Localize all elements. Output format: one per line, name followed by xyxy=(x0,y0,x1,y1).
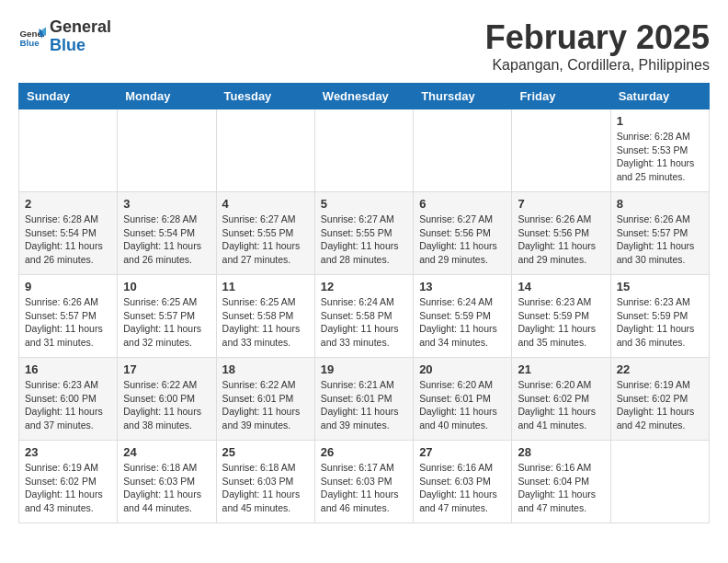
calendar-cell xyxy=(118,109,216,192)
day-info: Sunrise: 6:24 AM Sunset: 5:59 PM Dayligh… xyxy=(419,295,506,350)
day-number: 9 xyxy=(25,280,111,293)
day-info: Sunrise: 6:17 AM Sunset: 6:03 PM Dayligh… xyxy=(321,461,407,515)
calendar-cell: 13Sunrise: 6:24 AM Sunset: 5:59 PM Dayli… xyxy=(414,275,512,358)
calendar-cell: 12Sunrise: 6:24 AM Sunset: 5:58 PM Dayli… xyxy=(314,275,413,358)
day-info: Sunrise: 6:20 AM Sunset: 6:02 PM Dayligh… xyxy=(518,378,604,432)
title-area: February 2025 Kapangan, Cordillera, Phil… xyxy=(485,18,710,74)
day-info: Sunrise: 6:27 AM Sunset: 5:56 PM Dayligh… xyxy=(419,213,506,267)
weekday-header-cell: Sunday xyxy=(19,84,118,109)
calendar-cell: 2Sunrise: 6:28 AM Sunset: 5:54 PM Daylig… xyxy=(19,192,118,275)
day-number: 16 xyxy=(25,362,111,376)
day-info: Sunrise: 6:26 AM Sunset: 5:56 PM Dayligh… xyxy=(518,213,604,267)
calendar-cell xyxy=(314,109,413,192)
day-info: Sunrise: 6:28 AM Sunset: 5:54 PM Dayligh… xyxy=(123,213,210,267)
svg-text:Blue: Blue xyxy=(20,38,40,48)
calendar-cell: 28Sunrise: 6:16 AM Sunset: 6:04 PM Dayli… xyxy=(512,441,610,523)
day-number: 25 xyxy=(222,445,309,459)
day-number: 17 xyxy=(123,362,210,376)
weekday-header-cell: Thursday xyxy=(414,84,512,109)
day-number: 20 xyxy=(419,362,506,376)
day-info: Sunrise: 6:21 AM Sunset: 6:01 PM Dayligh… xyxy=(321,378,407,432)
day-number: 28 xyxy=(518,445,604,459)
day-number: 21 xyxy=(518,362,604,376)
day-number: 5 xyxy=(321,197,407,211)
day-number: 19 xyxy=(321,362,407,376)
calendar-cell xyxy=(512,109,610,192)
day-number: 26 xyxy=(321,445,407,459)
calendar-cell: 7Sunrise: 6:26 AM Sunset: 5:56 PM Daylig… xyxy=(512,192,610,275)
calendar-cell: 15Sunrise: 6:23 AM Sunset: 5:59 PM Dayli… xyxy=(610,275,709,358)
header: General Blue General Blue February 2025 … xyxy=(18,18,710,74)
calendar-cell xyxy=(414,109,512,192)
weekday-header: SundayMondayTuesdayWednesdayThursdayFrid… xyxy=(19,84,710,109)
day-info: Sunrise: 6:28 AM Sunset: 5:53 PM Dayligh… xyxy=(617,130,703,184)
weekday-header-cell: Monday xyxy=(118,84,216,109)
calendar-cell: 26Sunrise: 6:17 AM Sunset: 6:03 PM Dayli… xyxy=(314,441,413,523)
day-number: 13 xyxy=(419,280,506,293)
calendar-cell: 17Sunrise: 6:22 AM Sunset: 6:00 PM Dayli… xyxy=(118,358,216,441)
month-title: February 2025 xyxy=(485,18,710,57)
day-number: 6 xyxy=(419,197,506,211)
day-info: Sunrise: 6:22 AM Sunset: 6:01 PM Dayligh… xyxy=(222,378,309,432)
day-info: Sunrise: 6:23 AM Sunset: 6:00 PM Dayligh… xyxy=(25,378,111,432)
day-number: 1 xyxy=(617,114,703,128)
day-number: 12 xyxy=(321,280,407,293)
day-number: 22 xyxy=(617,362,703,376)
day-info: Sunrise: 6:25 AM Sunset: 5:57 PM Dayligh… xyxy=(123,295,210,350)
logo: General Blue General Blue xyxy=(18,18,111,55)
day-info: Sunrise: 6:23 AM Sunset: 5:59 PM Dayligh… xyxy=(518,295,604,350)
day-number: 18 xyxy=(222,362,309,376)
day-number: 14 xyxy=(518,280,604,293)
calendar-cell xyxy=(610,441,709,523)
day-number: 4 xyxy=(222,197,309,211)
weekday-header-cell: Wednesday xyxy=(314,84,413,109)
calendar-cell: 24Sunrise: 6:18 AM Sunset: 6:03 PM Dayli… xyxy=(118,441,216,523)
day-info: Sunrise: 6:19 AM Sunset: 6:02 PM Dayligh… xyxy=(25,461,111,515)
calendar-cell: 23Sunrise: 6:19 AM Sunset: 6:02 PM Dayli… xyxy=(19,441,118,523)
day-info: Sunrise: 6:26 AM Sunset: 5:57 PM Dayligh… xyxy=(25,295,111,350)
day-info: Sunrise: 6:26 AM Sunset: 5:57 PM Dayligh… xyxy=(617,213,703,267)
day-number: 15 xyxy=(617,280,703,293)
day-info: Sunrise: 6:16 AM Sunset: 6:03 PM Dayligh… xyxy=(419,461,506,515)
day-info: Sunrise: 6:16 AM Sunset: 6:04 PM Dayligh… xyxy=(518,461,604,515)
logo-text: General Blue xyxy=(50,18,111,55)
calendar-cell: 16Sunrise: 6:23 AM Sunset: 6:00 PM Dayli… xyxy=(19,358,118,441)
day-info: Sunrise: 6:28 AM Sunset: 5:54 PM Dayligh… xyxy=(25,213,111,267)
day-info: Sunrise: 6:20 AM Sunset: 6:01 PM Dayligh… xyxy=(419,378,506,432)
day-info: Sunrise: 6:18 AM Sunset: 6:03 PM Dayligh… xyxy=(123,461,210,515)
calendar-week-row: 1Sunrise: 6:28 AM Sunset: 5:53 PM Daylig… xyxy=(19,109,710,192)
location-title: Kapangan, Cordillera, Philippines xyxy=(485,57,710,74)
calendar-cell: 18Sunrise: 6:22 AM Sunset: 6:01 PM Dayli… xyxy=(216,358,314,441)
weekday-header-cell: Tuesday xyxy=(216,84,314,109)
calendar-cell: 25Sunrise: 6:18 AM Sunset: 6:03 PM Dayli… xyxy=(216,441,314,523)
calendar-cell: 27Sunrise: 6:16 AM Sunset: 6:03 PM Dayli… xyxy=(414,441,512,523)
day-number: 2 xyxy=(25,197,111,211)
day-info: Sunrise: 6:19 AM Sunset: 6:02 PM Dayligh… xyxy=(617,378,703,432)
day-info: Sunrise: 6:24 AM Sunset: 5:58 PM Dayligh… xyxy=(321,295,407,350)
calendar-cell: 20Sunrise: 6:20 AM Sunset: 6:01 PM Dayli… xyxy=(414,358,512,441)
calendar-cell: 11Sunrise: 6:25 AM Sunset: 5:58 PM Dayli… xyxy=(216,275,314,358)
weekday-header-cell: Saturday xyxy=(610,84,709,109)
calendar-table: SundayMondayTuesdayWednesdayThursdayFrid… xyxy=(18,83,710,523)
calendar-cell xyxy=(19,109,118,192)
calendar-cell: 21Sunrise: 6:20 AM Sunset: 6:02 PM Dayli… xyxy=(512,358,610,441)
calendar-cell xyxy=(216,109,314,192)
calendar-cell: 8Sunrise: 6:26 AM Sunset: 5:57 PM Daylig… xyxy=(610,192,709,275)
calendar-cell: 5Sunrise: 6:27 AM Sunset: 5:55 PM Daylig… xyxy=(314,192,413,275)
calendar-cell: 10Sunrise: 6:25 AM Sunset: 5:57 PM Dayli… xyxy=(118,275,216,358)
day-info: Sunrise: 6:25 AM Sunset: 5:58 PM Dayligh… xyxy=(222,295,309,350)
calendar-cell: 14Sunrise: 6:23 AM Sunset: 5:59 PM Dayli… xyxy=(512,275,610,358)
calendar-cell: 1Sunrise: 6:28 AM Sunset: 5:53 PM Daylig… xyxy=(610,109,709,192)
day-number: 27 xyxy=(419,445,506,459)
day-number: 11 xyxy=(222,280,309,293)
calendar-cell: 19Sunrise: 6:21 AM Sunset: 6:01 PM Dayli… xyxy=(314,358,413,441)
calendar-cell: 22Sunrise: 6:19 AM Sunset: 6:02 PM Dayli… xyxy=(610,358,709,441)
day-info: Sunrise: 6:27 AM Sunset: 5:55 PM Dayligh… xyxy=(321,213,407,267)
calendar-body: 1Sunrise: 6:28 AM Sunset: 5:53 PM Daylig… xyxy=(19,109,710,523)
weekday-header-cell: Friday xyxy=(512,84,610,109)
calendar-week-row: 2Sunrise: 6:28 AM Sunset: 5:54 PM Daylig… xyxy=(19,192,710,275)
calendar-cell: 9Sunrise: 6:26 AM Sunset: 5:57 PM Daylig… xyxy=(19,275,118,358)
calendar-week-row: 23Sunrise: 6:19 AM Sunset: 6:02 PM Dayli… xyxy=(19,441,710,523)
day-number: 3 xyxy=(123,197,210,211)
calendar-week-row: 16Sunrise: 6:23 AM Sunset: 6:00 PM Dayli… xyxy=(19,358,710,441)
